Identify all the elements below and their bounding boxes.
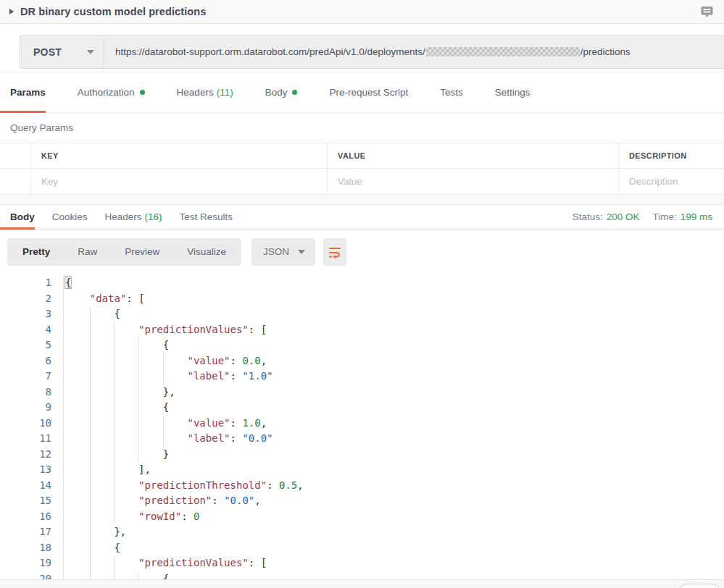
disclosure-triangle-icon[interactable]: [9, 9, 14, 14]
request-tab-authorization[interactable]: Authorization: [78, 72, 145, 112]
code-line: 13],: [0, 462, 724, 478]
bottom-bar-button-partial[interactable]: [678, 584, 720, 588]
query-params-table: KEY VALUE DESCRIPTION Key Value Descript…: [0, 143, 724, 195]
comment-annotation-icon[interactable]: [698, 3, 715, 20]
line-number: 13: [0, 462, 64, 478]
param-key-input[interactable]: Key: [31, 169, 328, 194]
indent-guide: [138, 337, 163, 353]
view-option-raw[interactable]: Raw: [64, 238, 111, 266]
view-option-pretty[interactable]: Pretty: [9, 238, 64, 266]
tab-count-badge: (11): [217, 87, 233, 98]
request-tab-body[interactable]: Body: [265, 72, 298, 112]
indent-guide: [65, 306, 90, 322]
time-value: 199 ms: [681, 211, 712, 222]
indent-guide: [138, 571, 163, 580]
indent-guide: [90, 416, 115, 432]
request-tab-settings[interactable]: Settings: [495, 72, 530, 112]
tab-label: Params: [10, 87, 46, 98]
indent-guide: [65, 337, 90, 353]
indent-guide: [90, 571, 115, 580]
response-tab-test-results[interactable]: Test Results: [180, 205, 233, 229]
code-line: 1{: [0, 275, 724, 291]
param-description-input[interactable]: Description: [619, 169, 724, 194]
code-text: },: [64, 524, 126, 540]
indent-guide: [114, 400, 138, 416]
response-tab-body[interactable]: Body: [10, 205, 35, 229]
code-text: "label": "0.0": [64, 431, 273, 447]
code-line: 12}: [0, 447, 724, 463]
code-text: "value": 1.0,: [64, 416, 267, 432]
code-line: 15"prediction": "0.0",: [0, 493, 724, 509]
tab-label: Pre-request Script: [329, 87, 408, 98]
indent-guide: [65, 540, 90, 556]
line-number: 15: [0, 493, 64, 509]
url-input[interactable]: https://datarobot-support.orm.datarobot.…: [104, 35, 724, 68]
code-text: ],: [64, 462, 151, 478]
green-dot-indicator: [292, 90, 297, 95]
tab-label: Settings: [495, 87, 530, 98]
method-select[interactable]: POST: [20, 35, 104, 68]
response-body-code[interactable]: 1{2"data": [3{4"predictionValues": [5{6"…: [0, 274, 724, 579]
code-text: {: [64, 337, 169, 353]
code-text: "predictionValues": [: [64, 322, 267, 338]
view-option-visualize[interactable]: Visualize: [173, 238, 240, 266]
tab-label: Body: [265, 87, 288, 98]
url-bar: POST https://datarobot-support.orm.datar…: [20, 35, 724, 69]
indent-guide: [90, 509, 115, 525]
language-select[interactable]: JSON: [251, 238, 315, 266]
line-number: 14: [0, 478, 64, 494]
status-label: Status:: [573, 211, 603, 222]
indent-guide: [138, 416, 163, 432]
line-number: 3: [0, 306, 64, 322]
indent-guide: [163, 431, 188, 447]
response-tab-headers[interactable]: Headers(16): [105, 205, 162, 229]
method-label: POST: [33, 46, 62, 58]
indent-guide: [138, 385, 163, 400]
request-tab-headers[interactable]: Headers(11): [177, 72, 233, 112]
indent-guide: [65, 385, 90, 400]
indent-guide: [65, 353, 90, 369]
indent-guide: [65, 369, 90, 385]
indent-guide: [90, 337, 115, 353]
indent-guide: [65, 322, 90, 338]
tab-label: Body: [10, 211, 35, 222]
line-number: 1: [0, 275, 64, 291]
indent-guide: [90, 431, 115, 447]
indent-guide: [65, 571, 90, 580]
indent-guide: [90, 462, 115, 478]
code-line: 6"value": 0.0,: [0, 353, 724, 369]
request-tab-pre-request-script[interactable]: Pre-request Script: [329, 72, 408, 112]
indent-guide: [114, 555, 138, 571]
line-number: 9: [0, 400, 64, 416]
redacted-deployment-id: [426, 47, 580, 56]
code-line: 8},: [0, 385, 724, 400]
query-params-section-label: Query Params: [0, 113, 724, 143]
tab-label: Test Results: [180, 211, 233, 222]
code-line: 2"data": [: [0, 291, 724, 307]
request-tab-tests[interactable]: Tests: [440, 72, 463, 112]
line-number: 7: [0, 369, 64, 385]
indent-guide: [114, 571, 138, 580]
code-text: "data": [: [64, 291, 145, 307]
value-column-header: VALUE: [328, 143, 619, 168]
indent-guide: [163, 369, 188, 385]
response-tab-cookies[interactable]: Cookies: [52, 205, 88, 229]
indent-guide: [114, 493, 138, 509]
indent-guide: [65, 509, 90, 525]
indent-guide: [138, 369, 163, 385]
text-wrap-button[interactable]: [323, 238, 346, 266]
chevron-down-icon: [87, 50, 94, 54]
request-tab-params[interactable]: Params: [10, 72, 46, 112]
indent-guide: [90, 447, 115, 463]
indent-guide: [114, 416, 138, 432]
param-value-input[interactable]: Value: [328, 169, 619, 194]
view-option-preview[interactable]: Preview: [111, 238, 173, 266]
url-suffix-text: /predictions: [581, 46, 631, 57]
indent-guide: [114, 369, 138, 385]
indent-guide: [163, 353, 188, 369]
request-url-row: POST https://datarobot-support.orm.datar…: [0, 24, 724, 72]
tab-label: Headers: [177, 87, 214, 98]
indent-guide: [65, 416, 90, 432]
code-line: 18{: [0, 540, 724, 556]
code-line: 4"predictionValues": [: [0, 322, 724, 338]
